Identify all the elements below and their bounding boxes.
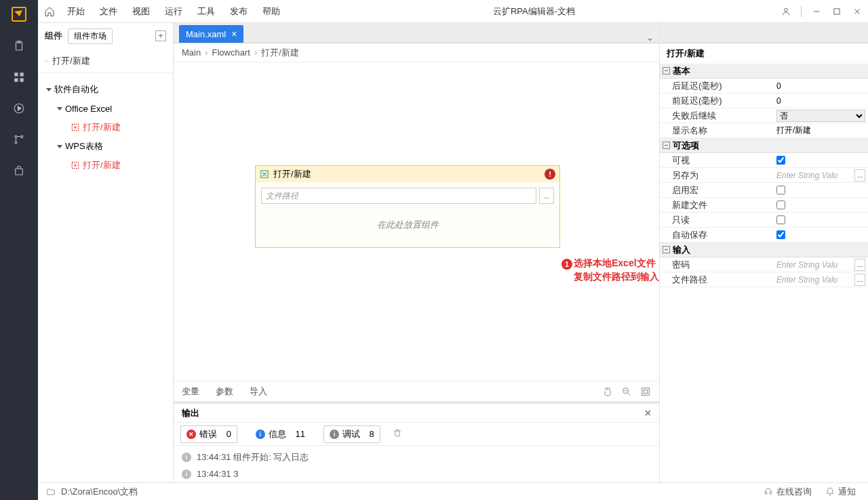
property-input[interactable] — [776, 275, 853, 285]
add-component-button[interactable]: + — [155, 30, 166, 41]
menu-file[interactable]: 文件 — [92, 5, 125, 18]
property-input[interactable] — [776, 260, 853, 270]
filter-error[interactable]: ✕错误 0 — [180, 425, 237, 443]
tree-node[interactable]: Office Excel — [38, 99, 173, 118]
tab-imports[interactable]: 导入 — [250, 386, 267, 398]
tab-main[interactable]: Main.xaml × — [179, 25, 243, 43]
menu-run[interactable]: 运行 — [157, 5, 190, 18]
ellipsis-button[interactable]: … — [854, 274, 865, 286]
maximize-button[interactable] — [831, 6, 842, 17]
editor-tabbar: Main.xaml × ⌄ — [174, 23, 659, 43]
property-checkbox[interactable] — [776, 215, 785, 224]
filter-info[interactable]: i信息 11 — [250, 425, 311, 443]
property-row: 失败后继续否 — [660, 108, 868, 123]
user-icon[interactable] — [781, 6, 791, 17]
ellipsis-button[interactable]: … — [854, 169, 865, 182]
zoom-icon[interactable] — [621, 386, 632, 397]
component-search-input[interactable] — [52, 56, 166, 66]
tree-node[interactable]: 软件自动化 — [38, 80, 173, 99]
fit-screen-icon[interactable] — [640, 386, 651, 397]
output-title: 输出 — [182, 407, 199, 419]
property-input[interactable] — [776, 81, 865, 91]
property-input[interactable] — [776, 171, 853, 180]
tab-parameters[interactable]: 参数 — [216, 386, 233, 398]
crumb-item[interactable]: 打开/新建 — [261, 47, 299, 59]
menu-start[interactable]: 开始 — [60, 5, 92, 18]
property-group-header[interactable]: −基本 — [660, 64, 868, 79]
property-group-header[interactable]: −可选项 — [660, 138, 868, 153]
svg-rect-19 — [644, 390, 647, 393]
svg-rect-10 — [16, 169, 23, 175]
tree-node[interactable]: 打开/新建 — [38, 118, 173, 137]
menu-help[interactable]: 帮助 — [255, 5, 288, 18]
property-row: 自动保存 — [660, 228, 868, 243]
menu-view[interactable]: 视图 — [125, 5, 157, 18]
property-row: 另存为… — [660, 168, 868, 183]
home-icon[interactable] — [43, 5, 56, 18]
pan-icon[interactable] — [602, 386, 613, 397]
svg-point-13 — [45, 60, 47, 62]
tab-close-icon[interactable]: × — [231, 28, 237, 39]
activity-title: 打开/新建 — [273, 168, 311, 180]
property-select[interactable]: 否 — [776, 110, 865, 122]
search-icon — [45, 56, 48, 66]
minimize-button[interactable] — [811, 6, 822, 17]
notify-button[interactable]: 通知 — [821, 486, 860, 498]
property-row: 后延迟(毫秒) — [660, 79, 868, 93]
app-logo-icon — [12, 7, 26, 22]
filter-debug[interactable]: i调试 8 — [323, 425, 380, 443]
breadcrumb: Main› Flowchart› 打开/新建 — [174, 43, 659, 62]
menu-publish[interactable]: 发布 — [222, 5, 255, 18]
svg-rect-12 — [834, 8, 840, 14]
components-icon[interactable] — [12, 70, 26, 84]
property-checkbox[interactable] — [776, 201, 785, 209]
branch-icon[interactable] — [12, 133, 26, 146]
component-market-button[interactable]: 组件市场 — [68, 28, 113, 44]
run-icon[interactable] — [12, 102, 26, 115]
property-checkbox[interactable] — [776, 156, 785, 165]
crumb-item[interactable]: Flowchart — [212, 47, 250, 58]
property-row: 文件路径… — [660, 272, 868, 287]
property-input[interactable] — [776, 96, 865, 106]
log-line: i13:44:31 3 — [174, 466, 659, 482]
designer-canvas[interactable]: 打开/新建 ! … 在此处放置组件 1 选择本地Excel文件，或者复制文件路 — [174, 62, 659, 381]
annotation-text: 选择本地Excel文件，或者复制文件路径到输入框 — [574, 256, 659, 283]
tree-node[interactable]: 打开/新建 — [38, 156, 173, 175]
tree-node[interactable]: WPS表格 — [38, 137, 173, 156]
browse-file-button[interactable]: … — [539, 188, 554, 204]
collapse-tabs-icon[interactable]: ⌄ — [646, 33, 654, 43]
close-button[interactable] — [852, 6, 863, 17]
property-input[interactable] — [776, 126, 865, 136]
clear-output-button[interactable] — [393, 428, 402, 440]
svg-rect-18 — [642, 388, 650, 395]
svg-rect-2 — [14, 72, 18, 76]
canvas-footer-tabs: 变量 参数 导入 — [174, 381, 659, 401]
activity-rail — [0, 0, 38, 500]
drop-zone[interactable]: 在此处放置组件 — [261, 208, 554, 242]
tab-variables[interactable]: 变量 — [182, 386, 199, 398]
property-checkbox[interactable] — [776, 230, 785, 239]
log-line: i13:44:31 组件开始: 写入日志 — [174, 449, 659, 466]
consult-button[interactable]: 在线咨询 — [760, 486, 816, 498]
activity-open-create[interactable]: 打开/新建 ! … 在此处放置组件 — [255, 165, 560, 248]
property-group-header[interactable]: −输入 — [660, 243, 868, 257]
filepath-input[interactable] — [261, 188, 536, 204]
property-row: 只读 — [660, 213, 868, 228]
tab-label: Main.xaml — [186, 29, 226, 39]
ellipsis-button[interactable]: … — [854, 259, 865, 271]
package-icon[interactable] — [12, 164, 26, 178]
menubar: 开始 文件 视图 运行 工具 发布 帮助 云扩RPA编辑器-文档 — [38, 0, 868, 23]
output-close-icon[interactable]: × — [645, 407, 651, 419]
crumb-item[interactable]: Main — [182, 47, 201, 58]
components-panel-title: 组件 — [45, 30, 62, 42]
validation-error-icon[interactable]: ! — [545, 169, 555, 180]
svg-rect-3 — [20, 72, 24, 76]
svg-rect-4 — [14, 79, 18, 82]
property-checkbox[interactable] — [776, 186, 785, 194]
window-title: 云扩RPA编辑器-文档 — [288, 5, 781, 18]
clipboard-icon[interactable] — [12, 39, 26, 53]
property-row: 密码… — [660, 257, 868, 272]
menu-tools[interactable]: 工具 — [190, 5, 222, 18]
component-tree: 软件自动化Office Excel打开/新建WPS表格打开/新建 — [38, 73, 173, 182]
status-bar: D:\Zora\Encoo\文档 在线咨询 通知 — [38, 482, 868, 500]
